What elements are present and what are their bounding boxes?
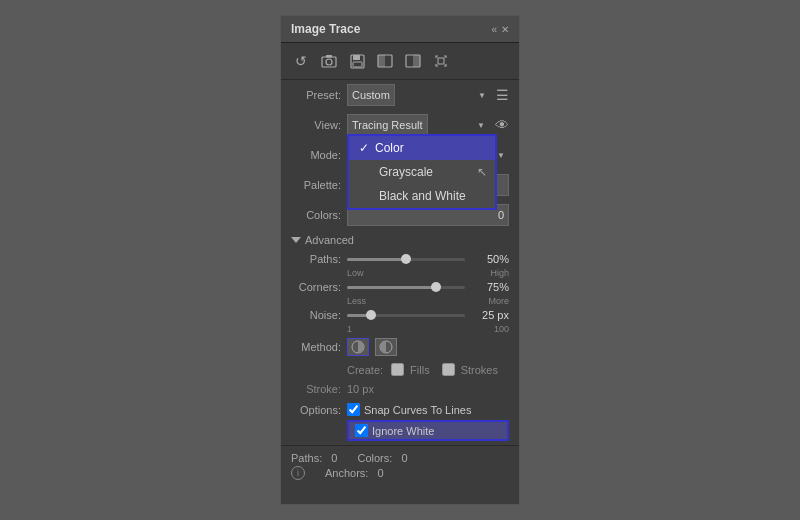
advanced-section[interactable]: Advanced bbox=[281, 230, 519, 250]
noise-high-hint: 100 bbox=[494, 324, 509, 334]
paths-slider[interactable] bbox=[347, 258, 465, 261]
noise-low-hint: 1 bbox=[347, 324, 352, 334]
palette-label: Palette: bbox=[291, 179, 341, 191]
noise-slider[interactable] bbox=[347, 314, 465, 317]
noise-slider-row: Noise: 25 px bbox=[281, 306, 519, 324]
ignore-white-container[interactable]: Ignore White bbox=[347, 420, 509, 441]
preset-label: Preset: bbox=[291, 89, 341, 101]
dropdown-item-grayscale[interactable]: Grayscale bbox=[349, 160, 495, 184]
info-icon[interactable]: i bbox=[291, 466, 305, 480]
svg-rect-4 bbox=[353, 55, 360, 60]
strokes-checkbox[interactable] bbox=[442, 363, 455, 376]
status-paths-label: Paths: 0 bbox=[291, 452, 337, 464]
status-anchors-value: 0 bbox=[378, 467, 384, 479]
stroke-value: 10 px bbox=[347, 383, 374, 395]
colors-label: Colors: bbox=[291, 209, 341, 221]
view-arrow-icon: ▼ bbox=[477, 121, 485, 130]
dropdown-item-color[interactable]: ✓ Color ↖ bbox=[349, 136, 495, 160]
preset-arrow-icon: ▼ bbox=[478, 91, 486, 100]
status-row: Paths: 0 Colors: 0 bbox=[291, 452, 509, 464]
view-select-wrapper[interactable]: Tracing Result Source Image ▼ bbox=[347, 114, 489, 136]
paths-value: 50% bbox=[471, 253, 509, 265]
paths-label: Paths: bbox=[291, 253, 341, 265]
mode-label: Mode: bbox=[291, 149, 341, 161]
preset-row: Preset: Custom Default ▼ ☰ bbox=[281, 80, 519, 110]
noise-label: Noise: bbox=[291, 309, 341, 321]
snap-curves-row: Snap Curves To Lines bbox=[347, 403, 509, 416]
panel-header: Image Trace « ✕ bbox=[281, 16, 519, 43]
image-trace-panel: Image Trace « ✕ ↺ bbox=[280, 15, 520, 505]
strokes-label: Strokes bbox=[461, 364, 498, 376]
view-select[interactable]: Tracing Result Source Image bbox=[347, 114, 428, 136]
options-content: Snap Curves To Lines Ignore White bbox=[347, 403, 509, 441]
close-button[interactable]: ✕ bbox=[501, 24, 509, 35]
status-anchors-label: Anchors: 0 bbox=[325, 467, 384, 479]
corners-high-hint: More bbox=[488, 296, 509, 306]
advanced-label: Advanced bbox=[305, 234, 354, 246]
noise-hints: 1 100 bbox=[281, 324, 519, 334]
corners-value: 75% bbox=[471, 281, 509, 293]
svg-point-1 bbox=[326, 59, 332, 65]
status-paths-value: 0 bbox=[331, 452, 337, 464]
status-bar: Paths: 0 Colors: 0 i Anchors: 0 bbox=[281, 445, 519, 486]
cursor-icon: ↖ bbox=[477, 165, 487, 179]
view-eye-icon[interactable]: 👁 bbox=[495, 117, 509, 133]
svg-rect-10 bbox=[438, 58, 444, 64]
options-row: Options: Snap Curves To Lines Ignore Whi… bbox=[281, 399, 519, 445]
expand-icon[interactable] bbox=[431, 51, 451, 71]
svg-rect-5 bbox=[353, 62, 362, 67]
reset-icon[interactable]: ↺ bbox=[291, 51, 311, 71]
preset-menu-icon[interactable]: ☰ bbox=[496, 87, 509, 103]
status-colors-label: Colors: 0 bbox=[357, 452, 407, 464]
corners-slider[interactable] bbox=[347, 286, 465, 289]
view-original-icon[interactable] bbox=[375, 51, 395, 71]
view-result-icon[interactable] bbox=[403, 51, 423, 71]
paths-high-hint: High bbox=[490, 268, 509, 278]
noise-value: 25 px bbox=[471, 309, 509, 321]
method-row: Method: bbox=[281, 334, 519, 360]
dropdown-item-bw[interactable]: Black and White bbox=[349, 184, 495, 208]
method-btn-1[interactable] bbox=[347, 338, 369, 356]
panel-title: Image Trace bbox=[291, 22, 360, 36]
create-row: Create: Fills Strokes bbox=[281, 360, 519, 379]
ignore-white-checkbox[interactable] bbox=[355, 424, 368, 437]
stroke-row: Stroke: 10 px bbox=[281, 379, 519, 399]
method-btn-2[interactable] bbox=[375, 338, 397, 356]
camera-icon[interactable] bbox=[319, 51, 339, 71]
panel-toolbar: ↺ bbox=[281, 43, 519, 80]
svg-rect-2 bbox=[326, 55, 332, 58]
paths-low-hint: Low bbox=[347, 268, 364, 278]
paths-hints: Low High bbox=[281, 268, 519, 278]
view-label: View: bbox=[291, 119, 341, 131]
fills-checkbox[interactable] bbox=[391, 363, 404, 376]
snap-curves-checkbox[interactable] bbox=[347, 403, 360, 416]
corners-hints: Less More bbox=[281, 296, 519, 306]
snap-curves-label: Snap Curves To Lines bbox=[364, 404, 471, 416]
preset-select-wrapper[interactable]: Custom Default ▼ bbox=[347, 84, 490, 106]
corners-low-hint: Less bbox=[347, 296, 366, 306]
status-row-2: i Anchors: 0 bbox=[291, 466, 509, 480]
corners-slider-row: Corners: 75% bbox=[281, 278, 519, 296]
stroke-label: Stroke: bbox=[291, 383, 341, 395]
preset-select[interactable]: Custom Default bbox=[347, 84, 395, 106]
svg-rect-9 bbox=[413, 55, 420, 67]
save-icon[interactable] bbox=[347, 51, 367, 71]
checkmark-icon: ✓ bbox=[359, 141, 369, 155]
method-label: Method: bbox=[291, 341, 341, 353]
colors-value: 0 bbox=[498, 209, 504, 221]
status-colors-value: 0 bbox=[402, 452, 408, 464]
mode-arrow-icon: ▼ bbox=[497, 151, 505, 160]
options-label: Options: bbox=[291, 403, 341, 416]
corners-label: Corners: bbox=[291, 281, 341, 293]
fills-label: Fills bbox=[410, 364, 430, 376]
mode-dropdown: ✓ Color ↖ Grayscale Black and White bbox=[347, 134, 497, 210]
svg-rect-7 bbox=[378, 55, 385, 67]
panel-controls: « ✕ bbox=[491, 24, 509, 35]
create-label: Create: bbox=[347, 364, 383, 376]
paths-slider-row: Paths: 50% bbox=[281, 250, 519, 268]
advanced-triangle-icon bbox=[291, 237, 301, 243]
ignore-white-label: Ignore White bbox=[372, 425, 434, 437]
collapse-button[interactable]: « bbox=[491, 24, 497, 35]
